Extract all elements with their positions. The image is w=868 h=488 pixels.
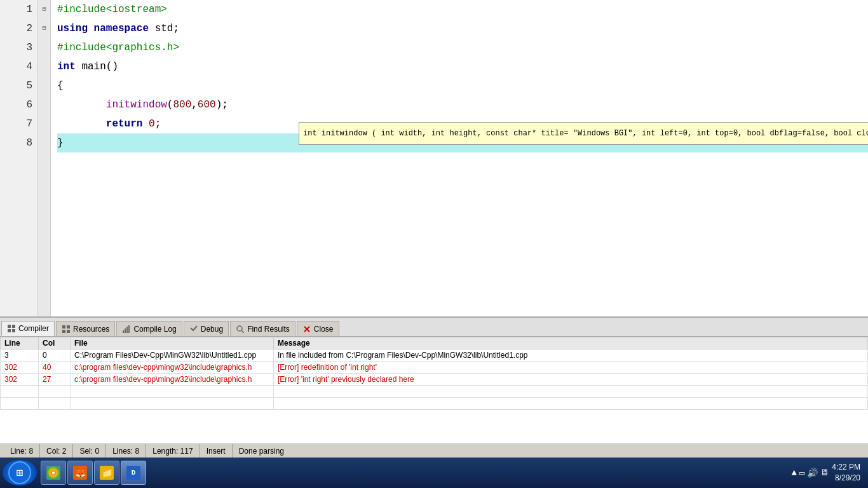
tray-icon-2: 🔊: [807, 468, 818, 478]
done-parsing: Done parsing: [239, 447, 284, 456]
tab-compiler[interactable]: Compiler: [1, 321, 55, 336]
bottom-panel: Compiler Resources Compile Log Debug Fin…: [0, 316, 868, 444]
line-num-4: 4: [5, 57, 32, 76]
compiler-results[interactable]: Line Col File Message 3 0 C:\Program Fil…: [0, 337, 868, 444]
compile-log-icon: [122, 325, 131, 334]
line-num-5: 5: [5, 76, 32, 95]
line-value: 8: [29, 447, 33, 456]
row-line: 3: [1, 349, 39, 362]
status-message: Done parsing: [233, 444, 864, 458]
svg-rect-9: [125, 329, 126, 333]
tray-icon-1: ▭: [799, 468, 804, 478]
svg-rect-8: [123, 330, 124, 333]
table-row-empty: [1, 386, 868, 398]
svg-rect-7: [67, 330, 70, 333]
clock-time: 4:22 PM: [832, 462, 860, 473]
compiler-icon: [7, 324, 16, 333]
tab-compile-log[interactable]: Compile Log: [116, 321, 182, 336]
system-tray-icons: ▲ ▭ 🔊 🖥: [791, 468, 829, 478]
line-label: Line:: [10, 447, 27, 456]
start-button[interactable]: ⊞: [3, 460, 37, 485]
line-num-2: 2: [5, 19, 32, 38]
code-gutter: ⊟ ⊟: [38, 0, 51, 316]
taskbar-files[interactable]: 📁: [94, 461, 119, 485]
tab-debug[interactable]: Debug: [184, 321, 229, 336]
code-line-4: int main(): [57, 57, 868, 76]
status-line: Line: 8: [4, 444, 40, 458]
code-content[interactable]: #include<iostream> using namespace std; …: [51, 0, 868, 316]
code-line-6: initwindow(800,600);: [57, 95, 868, 114]
svg-point-12: [237, 326, 242, 331]
line-num-6: 6: [5, 95, 32, 114]
row-message: [Error] redefinition of 'int right': [274, 362, 868, 374]
table-row[interactable]: 302 40 c:\program files\dev-cpp\mingw32\…: [1, 362, 868, 374]
row-col: 27: [39, 374, 71, 386]
length-value: 117: [180, 447, 193, 456]
col-label: Col:: [46, 447, 60, 456]
col-header-col: Col: [39, 337, 71, 349]
close-icon: [302, 325, 311, 334]
line-numbers: 1 2 3 4 5 6 7 8: [0, 0, 38, 316]
clock-date: 8/29/20: [832, 473, 860, 484]
row-message: In file included from C:\Program Files\D…: [274, 349, 868, 362]
line-num-8: 8: [5, 133, 32, 152]
code-line-3: #include<graphics.h>: [57, 38, 868, 57]
svg-rect-6: [62, 330, 65, 333]
tab-debug-label: Debug: [201, 325, 223, 334]
tab-compile-log-label: Compile Log: [133, 325, 176, 334]
tab-find-results-label: Find Results: [247, 325, 290, 334]
col-header-message: Message: [274, 337, 868, 349]
tab-close[interactable]: Close: [297, 321, 339, 336]
code-line-5: {: [57, 76, 868, 95]
taskbar-right: ▲ ▭ 🔊 🖥 4:22 PM 8/29/20: [791, 462, 865, 484]
line-num-1: 1: [5, 0, 32, 19]
tab-compiler-label: Compiler: [18, 324, 49, 333]
lines-value: 8: [135, 447, 140, 456]
svg-rect-3: [12, 329, 15, 332]
row-file: c:\program files\dev-cpp\mingw32\include…: [71, 362, 274, 374]
taskbar-chrome[interactable]: ●: [41, 461, 66, 485]
status-col: Col: 2: [40, 444, 73, 458]
col-value: 2: [62, 447, 67, 456]
col-header-line: Line: [1, 337, 39, 349]
row-line: 302: [1, 374, 39, 386]
chrome-icon: ●: [46, 466, 60, 480]
function-tooltip: int initwindow ( int width, int height, …: [299, 122, 868, 145]
status-sel: Sel: 0: [73, 444, 106, 458]
svg-rect-11: [128, 325, 130, 333]
lines-label: Lines:: [112, 447, 133, 456]
taskbar-devcpp[interactable]: D: [121, 461, 146, 485]
row-col: 0: [39, 349, 71, 362]
svg-rect-2: [8, 329, 11, 332]
svg-rect-10: [126, 327, 128, 333]
tab-find-results[interactable]: Find Results: [230, 321, 295, 336]
files-icon: 📁: [100, 466, 114, 480]
sel-value: 0: [95, 447, 99, 456]
sel-label: Sel:: [79, 447, 93, 456]
clock[interactable]: 4:22 PM 8/29/20: [832, 462, 860, 484]
resources-icon: [62, 325, 71, 334]
col-header-file: File: [71, 337, 274, 349]
devcpp-icon: D: [126, 466, 140, 480]
svg-rect-1: [12, 325, 15, 328]
svg-rect-0: [8, 325, 11, 328]
status-length: Length: 117: [146, 444, 200, 458]
table-row[interactable]: 302 27 c:\program files\dev-cpp\mingw32\…: [1, 374, 868, 386]
length-label: Length:: [153, 447, 178, 456]
firefox-icon: 🦊: [73, 466, 87, 480]
line-num-7: 7: [5, 114, 32, 133]
start-icon: ⊞: [8, 461, 31, 484]
tab-resources[interactable]: Resources: [56, 321, 115, 336]
svg-line-13: [241, 330, 244, 333]
row-message: [Error] 'int right' previously declared …: [274, 374, 868, 386]
taskbar-firefox[interactable]: 🦊: [67, 461, 93, 485]
row-file: C:\Program Files\Dev-Cpp\MinGW32\lib\Unt…: [71, 349, 274, 362]
code-line-2: using namespace std;: [57, 19, 868, 38]
row-col: 40: [39, 362, 71, 374]
status-bar: Line: 8 Col: 2 Sel: 0 Lines: 8 Length: 1…: [0, 444, 868, 458]
code-editor[interactable]: 1 2 3 4 5 6 7 8 ⊟ ⊟ #include<iostream> u…: [0, 0, 868, 316]
find-results-icon: [236, 325, 245, 334]
row-file: c:\program files\dev-cpp\mingw32\include…: [71, 374, 274, 386]
table-row[interactable]: 3 0 C:\Program Files\Dev-Cpp\MinGW32\lib…: [1, 349, 868, 362]
tab-close-label: Close: [314, 325, 334, 334]
